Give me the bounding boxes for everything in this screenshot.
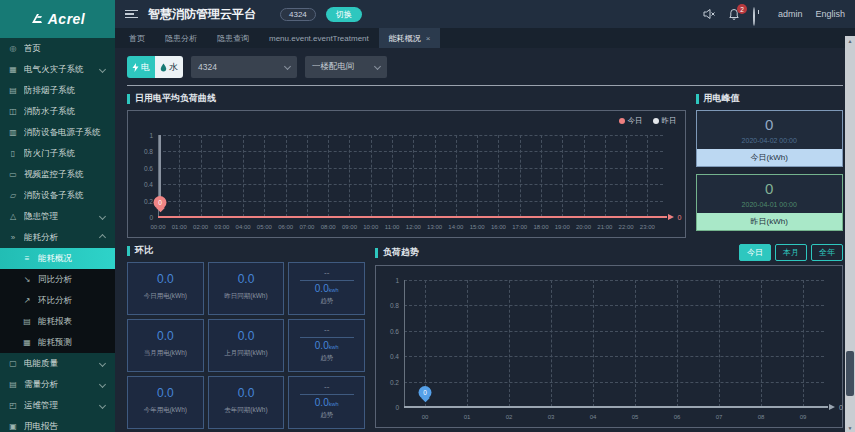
notification-bell-icon[interactable]: 2 — [728, 8, 740, 20]
language-switch[interactable]: English — [815, 9, 845, 19]
grid-line — [551, 280, 552, 407]
power-report-icon: ▣ — [8, 422, 18, 431]
sidebar-item-label: 能耗分析 — [24, 232, 94, 244]
huanbi-card-8: --0.0kwh趋势 — [288, 376, 365, 429]
grid-line — [761, 280, 762, 407]
sidebar-item-power-report[interactable]: ▣用电报告 — [0, 416, 115, 432]
sidebar-item-label: 电能质量 — [24, 358, 94, 370]
y-axis-label: 0.6 — [131, 164, 153, 171]
tab-label: 隐患分析 — [165, 33, 197, 44]
y-axis-label: 0.4 — [377, 353, 399, 360]
x-axis-label: 09 — [800, 414, 807, 420]
peak-panel: 用电峰值 0 2020-04-02 00:00 今日(kWh) 0 2020-0… — [696, 92, 844, 238]
top-header: 智慧消防管理云平台 4324 切换 2 admin English — [115, 0, 855, 28]
main-area: 智慧消防管理云平台 4324 切换 2 admin English 首页隐患分析… — [115, 0, 855, 432]
room-select[interactable]: 一楼配电间 — [305, 56, 387, 78]
sidebar-item-video[interactable]: ▭视频监控子系统 — [0, 164, 115, 185]
sidebar-item-fire-water[interactable]: ◫消防水子系统 — [0, 101, 115, 122]
grid-line — [158, 151, 663, 152]
range-month-button[interactable]: 本月 — [775, 244, 807, 261]
daily-load-panel: 日用电平均负荷曲线 今日昨日 10.80.60.40.2000:0001:000… — [127, 92, 686, 238]
stat-value: 0.0 — [209, 272, 284, 286]
close-tab-icon[interactable]: × — [426, 34, 431, 43]
sidebar-subitem-energy-report[interactable]: ▤能耗报表 — [0, 311, 115, 332]
trend-unit: kwh — [329, 287, 339, 293]
x-axis-label: 20:00 — [576, 224, 591, 230]
scrollbar-up-arrow[interactable]: ▲ — [845, 36, 855, 45]
huanbi-grid: 0.0今日用电(kWh)0.0昨日同期(kWh)--0.0kwh趋势0.0当月用… — [127, 262, 365, 429]
range-today-button[interactable]: 今日 — [739, 244, 771, 261]
grid-line — [307, 135, 308, 217]
stat-label: 去年同期(kWh) — [209, 406, 284, 415]
scrollbar-thumb[interactable] — [846, 351, 854, 396]
data-point-marker[interactable]: 0 — [154, 196, 167, 209]
daily-load-plot: 10.80.60.40.2000:0001:0002:0003:0004:000… — [158, 135, 663, 217]
device-select[interactable]: 4324 — [191, 56, 297, 78]
switch-button[interactable]: 切换 — [326, 7, 362, 22]
username-label[interactable]: admin — [778, 9, 803, 19]
sidebar-item-energy[interactable]: »能耗分析 — [0, 227, 115, 248]
sidebar-item-power-quality[interactable]: ▢电能质量 — [0, 353, 115, 374]
chevron-down-icon — [374, 62, 381, 69]
grid-line — [158, 135, 663, 136]
tab-0[interactable]: 首页 — [119, 28, 155, 48]
peak-today-value: 0 — [697, 111, 843, 133]
forecast-icon: ▦ — [22, 338, 32, 347]
scrollbar-down-arrow[interactable]: ▼ — [845, 423, 855, 432]
tab-1[interactable]: 隐患分析 — [155, 28, 207, 48]
demand-icon: ▤ — [8, 380, 18, 389]
range-year-button[interactable]: 全年 — [811, 244, 843, 261]
sidebar-item-fire-door[interactable]: ▯防火门子系统 — [0, 143, 115, 164]
legend-item-1[interactable]: 昨日 — [653, 116, 677, 126]
app-window: Acrel ◎首页▦电气火灾子系统▤防排烟子系统◫消防水子系统▥消防设备电源子系… — [0, 0, 855, 432]
water-toggle-button[interactable]: 水 — [155, 56, 183, 78]
power-quality-icon: ▢ — [8, 359, 18, 368]
grid-line — [413, 135, 414, 217]
sidebar-subitem-yoy[interactable]: ↘同比分析 — [0, 269, 115, 290]
electricity-toggle-button[interactable]: 电 — [127, 56, 155, 78]
grid-line — [509, 280, 510, 407]
data-point-marker[interactable]: 0 — [419, 386, 432, 399]
huanbi-card-5: --0.0kwh趋势 — [288, 319, 365, 372]
tab-2[interactable]: 隐患查询 — [207, 28, 259, 48]
legend-item-0[interactable]: 今日 — [619, 116, 643, 126]
sidebar-item-demand[interactable]: ▤需量分析 — [0, 374, 115, 395]
y-axis-line — [404, 280, 405, 407]
x-axis-label: 04:00 — [236, 224, 251, 230]
x-axis-label: 15:00 — [470, 224, 485, 230]
huanbi-card-3: 0.0当月用电(kWh) — [127, 319, 204, 372]
grid-line — [264, 135, 265, 217]
sidebar-subitem-energy-overview[interactable]: ≡能耗概况 — [0, 248, 115, 269]
peak-today-label: 今日(kWh) — [697, 149, 843, 166]
sidebar-item-electrical-fire[interactable]: ▦电气火灾子系统 — [0, 59, 115, 80]
stat-label: 今日用电(kWh) — [128, 292, 203, 301]
x-axis-label: 01:00 — [172, 224, 187, 230]
tab-3[interactable]: menu.event.eventTreatment — [259, 28, 379, 48]
sidebar-nav: ◎首页▦电气火灾子系统▤防排烟子系统◫消防水子系统▥消防设备电源子系统▯防火门子… — [0, 38, 115, 432]
grid-line — [605, 135, 606, 217]
sidebar-subitem-energy-forecast[interactable]: ▦能耗预测 — [0, 332, 115, 353]
user-circle-icon[interactable] — [753, 8, 765, 20]
y-axis-label: 0.4 — [131, 181, 153, 188]
x-axis-label: 18:00 — [533, 224, 548, 230]
sidebar-item-smoke-control[interactable]: ▤防排烟子系统 — [0, 80, 115, 101]
stat-label: 上月同期(kWh) — [209, 349, 284, 358]
tab-4[interactable]: 能耗概况× — [379, 28, 441, 48]
sidebar-item-hazard[interactable]: △隐患管理 — [0, 206, 115, 227]
legend-dot — [653, 118, 659, 124]
huanbi-card-2: --0.0kwh趋势 — [288, 262, 365, 315]
sidebar-subitem-mom[interactable]: ↗环比分析 — [0, 290, 115, 311]
x-axis-label: 14:00 — [448, 224, 463, 230]
mute-speaker-icon[interactable] — [703, 8, 715, 20]
stat-value: 0.0 — [128, 272, 203, 286]
x-axis-label: 19:00 — [555, 224, 570, 230]
collapse-menu-icon[interactable] — [125, 10, 138, 19]
sidebar-item-fire-device[interactable]: ▱消防设备子系统 — [0, 185, 115, 206]
sidebar-item-label: 隐患管理 — [24, 211, 94, 223]
sidebar-item-fire-power[interactable]: ▥消防设备电源子系统 — [0, 122, 115, 143]
acrel-logo[interactable]: Acrel — [0, 0, 115, 38]
sidebar-subitem-label: 同比分析 — [38, 274, 107, 286]
sidebar-item-ops[interactable]: ◰运维管理 — [0, 395, 115, 416]
sidebar-item-home[interactable]: ◎首页 — [0, 38, 115, 59]
vertical-scrollbar[interactable]: ▲ ▼ — [845, 36, 855, 432]
